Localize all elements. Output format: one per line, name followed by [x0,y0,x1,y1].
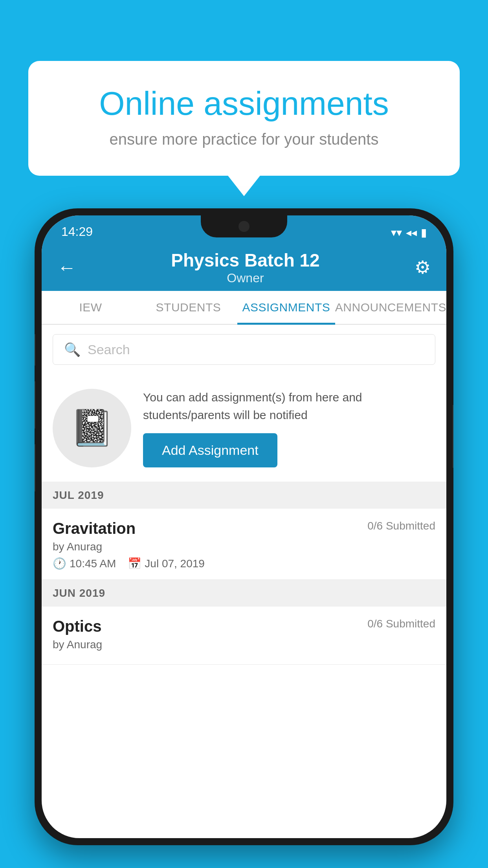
back-button[interactable]: ← [57,257,76,278]
search-bar-container: 🔍 Search [42,325,446,374]
assignment-title-optics: Optics [53,618,101,635]
side-button-power [453,405,453,468]
assignment-item-optics[interactable]: Optics 0/6 Submitted by Anurag [42,607,446,665]
assignment-header-row-optics: Optics 0/6 Submitted [53,618,435,635]
tab-students[interactable]: STUDENTS [139,291,237,324]
phone-screen: 14:29 ▾▾ ◂◂ ▮ ← Physics Batch 12 Owner ⚙ [42,215,446,838]
tab-announcements[interactable]: ANNOUNCEMENTS [335,291,446,324]
assignment-date: 📅 Jul 07, 2019 [128,557,205,570]
battery-icon: ▮ [421,226,427,239]
side-button-volume-down [35,381,35,428]
assignment-time: 🕐 10:45 AM [53,557,116,570]
assignment-illustration: 📓 [53,389,131,467]
content-area: 🔍 Search 📓 You can add assignment(s) fro… [42,325,446,665]
status-icons: ▾▾ ◂◂ ▮ [391,226,427,239]
settings-icon[interactable]: ⚙ [415,257,431,278]
assignment-by: by Anurag [53,541,435,553]
app-bar: ← Physics Batch 12 Owner ⚙ [42,244,446,291]
assignment-by-optics: by Anurag [53,638,435,651]
tab-assignments[interactable]: ASSIGNMENTS [237,291,335,324]
prompt-description: You can add assignment(s) from here and … [143,388,435,424]
tab-iew[interactable]: IEW [42,291,139,324]
speech-bubble: Online assignments ensure more practice … [28,61,460,176]
notebook-icon: 📓 [70,407,114,449]
prompt-text-area: You can add assignment(s) from here and … [143,388,435,467]
clock-icon: 🕐 [53,557,66,570]
section-header-jul: JUL 2019 [42,482,446,509]
section-header-jun: JUN 2019 [42,580,446,607]
wifi-icon: ▾▾ [391,226,402,239]
app-bar-title: Physics Batch 12 [171,250,319,271]
assignment-meta: 🕐 10:45 AM 📅 Jul 07, 2019 [53,557,435,570]
side-button-volume-up [35,334,35,366]
search-placeholder[interactable]: Search [88,342,130,357]
speech-bubble-title: Online assignments [60,85,428,123]
phone-frame: 14:29 ▾▾ ◂◂ ▮ ← Physics Batch 12 Owner ⚙ [35,208,453,845]
speech-bubble-container: Online assignments ensure more practice … [28,61,460,176]
signal-icon: ◂◂ [406,226,417,239]
prompt-section: 📓 You can add assignment(s) from here an… [42,374,446,482]
assignment-header-row: Gravitation 0/6 Submitted [53,520,435,537]
status-time: 14:29 [61,224,93,239]
app-bar-center: Physics Batch 12 Owner [171,250,319,285]
search-icon: 🔍 [64,342,81,357]
assignment-title: Gravitation [53,520,136,537]
search-bar[interactable]: 🔍 Search [53,334,435,365]
add-assignment-button[interactable]: Add Assignment [143,433,277,467]
phone-container: 14:29 ▾▾ ◂◂ ▮ ← Physics Batch 12 Owner ⚙ [35,208,453,845]
app-bar-subtitle: Owner [171,271,319,285]
speech-bubble-subtitle: ensure more practice for your students [60,131,428,148]
assignment-submitted: 0/6 Submitted [367,520,435,532]
camera-dot [238,221,250,232]
tabs-bar: IEW STUDENTS ASSIGNMENTS ANNOUNCEMENTS [42,291,446,325]
phone-notch [201,215,287,237]
calendar-icon: 📅 [128,557,141,570]
assignment-item-gravitation[interactable]: Gravitation 0/6 Submitted by Anurag 🕐 10… [42,509,446,580]
side-button-camera [35,444,35,491]
assignment-submitted-optics: 0/6 Submitted [367,618,435,630]
